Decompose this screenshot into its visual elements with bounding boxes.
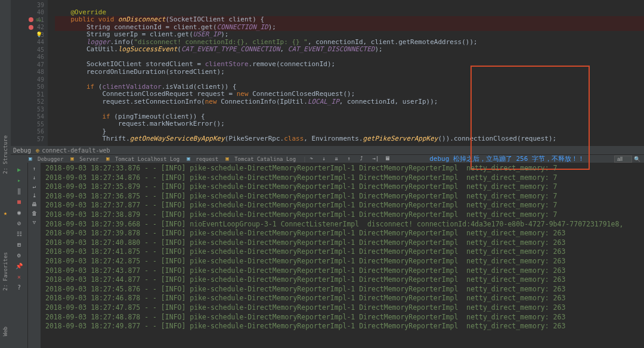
- scroll-down-button[interactable]: ↓: [30, 174, 39, 181]
- code-line[interactable]: Thrift.getOneWayServiceByAppKey(PikeServ…: [55, 135, 644, 143]
- help-button[interactable]: ?: [15, 283, 23, 291]
- side-tab-structure[interactable]: 2: Structure: [2, 135, 8, 174]
- code-line[interactable]: public void onDisconnect(SocketIOClient …: [55, 16, 644, 24]
- log-line[interactable]: 2018-09-03 18:27:41.875 - - [INFO] pike-…: [45, 247, 644, 257]
- run-to-cursor-icon[interactable]: →|: [373, 156, 380, 163]
- code-line[interactable]: CatUtil.logSuccessEvent(CAT_EVENT_TYPE_C…: [55, 46, 644, 54]
- log-line[interactable]: 2018-09-03 18:27:37.877 - - [INFO] pike-…: [45, 201, 644, 210]
- log-line[interactable]: 2018-09-03 18:27:40.880 - - [INFO] pike-…: [45, 238, 644, 248]
- console-output[interactable]: 2018-09-03 18:27:33.876 - - [INFO] pike-…: [41, 163, 644, 348]
- tab-tomcat-localhost-log[interactable]: ▣ Tomcat Localhost Log: [106, 156, 179, 163]
- evaluate-icon[interactable]: 🖩: [385, 156, 392, 163]
- line-number: 46: [37, 54, 44, 60]
- line-number: 52: [37, 98, 44, 105]
- gutter-row[interactable]: 42: [11, 24, 48, 32]
- code-line[interactable]: request.markNetworkError();: [55, 120, 644, 128]
- tab-debugger[interactable]: ▣ Debugger: [29, 156, 63, 163]
- gutter-row[interactable]: 45: [11, 46, 48, 54]
- step-out-icon[interactable]: ↑: [348, 156, 355, 163]
- debug-tab-label[interactable]: Debug: [13, 147, 31, 154]
- gutter-row[interactable]: 56: [11, 128, 48, 136]
- code-line[interactable]: [55, 105, 644, 113]
- tab-tomcat-catalina-log[interactable]: ▣ Tomcat Catalina Log: [225, 156, 296, 163]
- code-line[interactable]: SocketIOClient storedClient = clientStor…: [55, 61, 644, 69]
- drop-frame-icon[interactable]: ⤴: [360, 156, 367, 163]
- gutter-row[interactable]: 39: [11, 1, 48, 9]
- log-line[interactable]: 2018-09-03 18:27:49.877 - - [INFO] pike-…: [45, 322, 644, 331]
- gutter-row[interactable]: 50: [11, 83, 48, 91]
- gutter-row[interactable]: 40: [11, 9, 48, 17]
- log-line[interactable]: 2018-09-03 18:27:33.876 - - [INFO] pike-…: [45, 164, 644, 173]
- gutter-row[interactable]: 43💡: [11, 31, 48, 39]
- log-line[interactable]: 2018-09-03 18:27:45.876 - - [INFO] pike-…: [45, 285, 644, 294]
- editor-gutter[interactable]: 394041o↓4243💡444546474849505152535455565…: [11, 0, 48, 146]
- close-button[interactable]: ✕: [15, 272, 23, 281]
- print-button[interactable]: 🖶: [30, 201, 39, 208]
- scroll-to-end-button[interactable]: ⤓: [30, 192, 39, 199]
- line-number: 45: [37, 46, 44, 53]
- line-number: 39: [37, 2, 44, 8]
- gutter-row[interactable]: 52: [11, 98, 48, 106]
- breakpoint-icon[interactable]: [29, 17, 33, 22]
- pin-button[interactable]: 📌: [15, 262, 23, 270]
- log-line[interactable]: 2018-09-03 18:27:42.875 - - [INFO] pike-…: [45, 257, 644, 266]
- search-icon[interactable]: 🔍: [634, 156, 640, 162]
- line-number: 50: [37, 83, 44, 90]
- log-line[interactable]: 2018-09-03 18:27:47.875 - - [INFO] pike-…: [45, 303, 644, 313]
- gutter-row[interactable]: 46: [11, 54, 48, 61]
- debug-config-name: connect-default-web: [42, 147, 110, 154]
- log-line[interactable]: 2018-09-03 18:27:46.878 - - [INFO] pike-…: [45, 294, 644, 303]
- override-icon[interactable]: o↓: [36, 17, 42, 23]
- gutter-row[interactable]: 44: [11, 39, 48, 46]
- tomcat-icon: ⊕: [36, 147, 39, 154]
- lightbulb-icon[interactable]: 💡: [36, 32, 42, 38]
- gutter-row[interactable]: 41o↓: [11, 16, 48, 24]
- log-line[interactable]: 2018-09-03 18:27:35.879 - - [INFO] pike-…: [45, 182, 644, 192]
- gutter-row[interactable]: 47: [11, 61, 48, 69]
- log-line[interactable]: 2018-09-03 18:27:44.877 - - [INFO] pike-…: [45, 275, 644, 285]
- view-breakpoints-button[interactable]: ◉: [15, 208, 23, 216]
- log-line[interactable]: 2018-09-03 18:27:39.878 - - [INFO] pike-…: [45, 229, 644, 238]
- code-line[interactable]: recordOnlineDuration(storedClient);: [55, 69, 644, 76]
- code-line[interactable]: [55, 1, 644, 9]
- gutter-row[interactable]: 54: [11, 113, 48, 121]
- log-line[interactable]: 2018-09-03 18:27:34.876 - - [INFO] pike-…: [45, 173, 644, 183]
- debug-tab-bar: Debug ⊕ connect-default-web: [11, 146, 644, 154]
- side-tab-web[interactable]: Web: [2, 327, 8, 336]
- code-line[interactable]: request.setConnectionInfo(new Connection…: [55, 98, 644, 106]
- log-line[interactable]: 2018-09-03 18:27:36.875 - - [INFO] pike-…: [45, 192, 644, 201]
- rerun-button[interactable]: ▶: [15, 165, 23, 173]
- code-area[interactable]: @Override public void onDisconnect(Socke…: [48, 0, 644, 146]
- gutter-row[interactable]: 55: [11, 120, 48, 128]
- scroll-up-button[interactable]: ↑: [30, 165, 39, 172]
- log-line[interactable]: 2018-09-03 18:27:43.877 - - [INFO] pike-…: [45, 266, 644, 276]
- log-line[interactable]: 2018-09-03 18:27:39.668 - - [INFO] nioEv…: [45, 220, 644, 229]
- resume-button[interactable]: ▸: [15, 176, 23, 184]
- stop-button[interactable]: ■: [15, 197, 23, 206]
- soft-wrap-button[interactable]: ↵: [30, 183, 39, 190]
- get-thread-dump-button[interactable]: ☷: [15, 229, 23, 238]
- filter-button[interactable]: ▽: [30, 219, 39, 226]
- code-line[interactable]: ConnectionClosedRequest request = new Co…: [55, 91, 644, 98]
- pause-button[interactable]: ‖: [15, 187, 23, 195]
- gutter-row[interactable]: 48: [11, 69, 48, 76]
- clear-all-button[interactable]: 🗑: [30, 210, 39, 217]
- step-into-icon[interactable]: ↓: [323, 156, 330, 163]
- search-input[interactable]: [614, 156, 632, 163]
- tab-server[interactable]: ▣ Server: [70, 156, 99, 163]
- line-number: 51: [37, 91, 44, 98]
- side-tab-favorites[interactable]: 2: Favorites: [2, 252, 8, 291]
- settings-button[interactable]: ⚙: [15, 251, 23, 259]
- gutter-row[interactable]: 53: [11, 105, 48, 113]
- mute-breakpoints-button[interactable]: ⊘: [15, 219, 23, 227]
- gutter-row[interactable]: 57: [11, 135, 48, 143]
- log-line[interactable]: 2018-09-03 18:27:48.878 - - [INFO] pike-…: [45, 313, 644, 322]
- breakpoint-icon[interactable]: [29, 25, 33, 30]
- log-line[interactable]: 2018-09-03 18:27:38.879 - - [INFO] pike-…: [45, 210, 644, 220]
- step-over-icon[interactable]: ↷: [310, 156, 317, 163]
- restore-layout-button[interactable]: ⊞: [15, 240, 23, 248]
- gutter-row[interactable]: 51: [11, 91, 48, 98]
- gutter-row[interactable]: 49: [11, 76, 48, 83]
- tab-request[interactable]: ▣ request: [187, 156, 218, 163]
- force-step-into-icon[interactable]: ⇊: [335, 156, 342, 163]
